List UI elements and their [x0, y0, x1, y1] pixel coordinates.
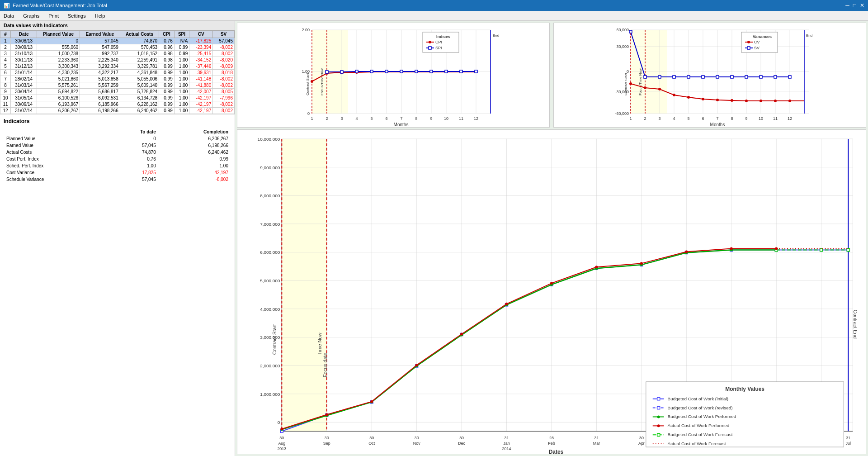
svg-rect-72 [631, 30, 667, 114]
svg-point-231 [640, 262, 643, 265]
svg-rect-41 [355, 70, 358, 73]
table-row-sv: -8,002 [213, 76, 235, 82]
table-row-planned: 3,300,343 [37, 63, 80, 70]
table-row-spi: 1.00 [174, 108, 189, 114]
table-row-cpi: 0.99 [159, 89, 175, 95]
svg-rect-125 [788, 76, 791, 78]
menu-data[interactable]: Data [2, 12, 16, 19]
table-row-spi: 0.99 [174, 51, 189, 57]
menu-help[interactable]: Help [93, 12, 107, 19]
svg-text:31: 31 [505, 436, 509, 440]
svg-text:Oct: Oct [368, 441, 375, 446]
svg-rect-47 [445, 70, 448, 73]
table-row-planned: 5,694,822 [37, 89, 80, 95]
table-row-actual: 5,055,006 [120, 76, 159, 82]
svg-rect-122 [745, 76, 748, 78]
svg-point-106 [687, 96, 690, 99]
svg-text:1: 1 [629, 116, 632, 121]
ind-completion: 6,206,267 [159, 136, 230, 142]
close-button[interactable]: ✕ [860, 2, 864, 9]
table-row-spi: 1.00 [174, 89, 189, 95]
table-row-actual: 5,728,824 [120, 89, 159, 95]
menu-settings[interactable]: Settings [66, 12, 88, 19]
data-table-container: # Date Planned Value Earned Value Actual… [0, 30, 235, 114]
ind-completion: 6,198,266 [159, 142, 230, 148]
indices-chart: 2.00 1.00 0 Contract Start Focus/Time No… [237, 23, 550, 128]
table-row-date: 30/08/13 [10, 38, 37, 44]
svg-rect-119 [702, 76, 704, 78]
table-row-planned: 5,021,860 [37, 76, 80, 82]
table-row-cpi: 0.99 [159, 82, 175, 89]
ind-todate: -17,825 [109, 170, 158, 176]
maximize-button[interactable]: □ [853, 2, 856, 9]
svg-text:9,000,000: 9,000,000 [260, 165, 280, 170]
table-row-earned: 547,059 [80, 44, 120, 51]
svg-text:End: End [806, 33, 812, 38]
table-row-date: 30/11/13 [10, 57, 37, 63]
ind-todate: 0 [109, 136, 158, 142]
svg-text:30: 30 [639, 436, 644, 440]
table-row-earned: 4,322,217 [80, 70, 120, 76]
col-header-actual: Actual Costs [120, 31, 159, 38]
svg-text:1,000,000: 1,000,000 [260, 392, 280, 397]
ind-completion: 6,240,462 [159, 149, 230, 155]
main-content: Data values with Indicators # Date Plann… [0, 21, 868, 456]
table-row-sv: -8,020 [213, 57, 235, 63]
table-row-sv: -8,002 [213, 51, 235, 57]
svg-text:4: 4 [673, 116, 675, 121]
col-header-spi: SPI [174, 31, 189, 38]
svg-text:Jul: Jul [846, 441, 851, 446]
svg-text:2: 2 [644, 116, 646, 121]
svg-rect-269 [657, 398, 660, 400]
svg-rect-118 [687, 76, 690, 78]
table-row-cv: -42,007 [189, 89, 213, 95]
table-row-cpi: 0.99 [159, 70, 175, 76]
col-header-cv: CV [189, 31, 213, 38]
table-row-cv: -42,197 [189, 95, 213, 101]
svg-rect-148 [282, 139, 326, 431]
svg-point-278 [657, 424, 660, 427]
svg-text:4: 4 [355, 116, 358, 121]
svg-rect-42 [370, 70, 373, 73]
table-row-date: 30/06/14 [10, 101, 37, 108]
table-row-actual: 6,134,728 [120, 95, 159, 101]
table-row-cpi: 0.99 [159, 108, 175, 114]
menu-print[interactable]: Print [47, 12, 61, 19]
table-row-spi: 1.00 [174, 95, 189, 101]
svg-rect-115 [644, 76, 646, 78]
ind-completion: 0.99 [159, 156, 230, 162]
menu-graphs[interactable]: Graphs [21, 12, 41, 19]
title-bar: 📊 Earned Value/Cost Management: Job Tota… [0, 0, 868, 11]
svg-text:Time Now: Time Now [317, 332, 322, 355]
svg-rect-69 [429, 47, 431, 49]
svg-text:Dates: Dates [549, 449, 564, 454]
table-row-earned: 6,198,266 [80, 108, 120, 114]
svg-text:6,000,000: 6,000,000 [260, 250, 280, 255]
svg-point-113 [788, 100, 791, 102]
table-row-num: 3 [0, 51, 11, 57]
svg-point-224 [326, 413, 328, 416]
svg-text:Contract Start: Contract Start [624, 73, 628, 95]
svg-text:30: 30 [459, 436, 464, 440]
svg-text:CPI: CPI [435, 40, 442, 44]
svg-point-275 [657, 415, 660, 418]
svg-text:Aug: Aug [278, 441, 285, 446]
minimize-button[interactable]: ─ [845, 2, 849, 9]
svg-text:60,000: 60,000 [616, 28, 629, 32]
table-row-planned: 6,206,267 [37, 108, 80, 114]
table-row-spi: 1.00 [174, 70, 189, 76]
svg-text:2.00: 2.00 [302, 28, 310, 32]
ind-completion: -42,197 [159, 170, 230, 176]
table-row-sv: 57,045 [213, 38, 235, 44]
svg-text:4,000,000: 4,000,000 [260, 307, 280, 312]
svg-point-110 [745, 100, 748, 102]
svg-text:9: 9 [430, 116, 432, 121]
col-header-planned: Planned Value [37, 31, 80, 38]
svg-text:10: 10 [444, 116, 448, 121]
variances-chart: 60,000 30,000 0 -30,000 -60,000 Contract… [553, 23, 866, 128]
svg-text:Budgeted Cost of Work Forecast: Budgeted Cost of Work Forecast [668, 432, 733, 437]
svg-text:SPI: SPI [435, 46, 442, 50]
svg-text:7: 7 [716, 116, 718, 121]
table-row-planned: 5,575,261 [37, 82, 80, 89]
svg-text:2014: 2014 [502, 446, 511, 451]
